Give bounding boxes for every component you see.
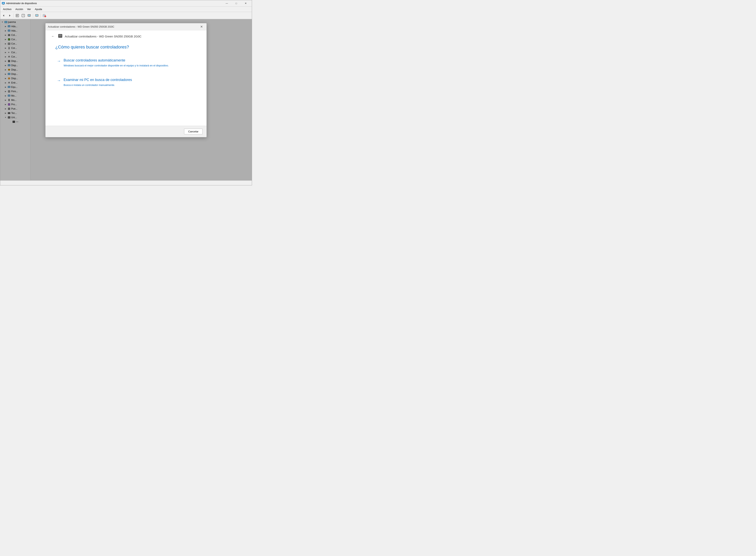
svg-rect-77 [59, 36, 62, 36]
svg-rect-16 [36, 15, 38, 16]
update-button[interactable]: ? [21, 13, 26, 18]
modal-option-manual[interactable]: → Examinar mi PC en busca de controlador… [55, 76, 197, 89]
menu-bar: Archivo Acción Ver Ayuda [0, 6, 252, 12]
svg-rect-2 [3, 4, 4, 4]
svg-text:✕: ✕ [45, 16, 46, 17]
modal-question: ¿Cómo quieres buscar controladores? [55, 44, 197, 50]
cancel-button[interactable]: Cancelar [184, 129, 202, 134]
menu-ayuda[interactable]: Ayuda [33, 7, 44, 11]
auto-search-content: Buscar controladores automáticamente Win… [64, 58, 195, 68]
auto-search-arrow-icon: → [57, 59, 61, 63]
modal-close-button[interactable]: ✕ [199, 24, 204, 30]
status-bar [0, 180, 252, 185]
app-icon [2, 2, 5, 5]
menu-archivo[interactable]: Archivo [1, 7, 13, 11]
svg-rect-9 [16, 16, 18, 16]
add-button[interactable]: + ✕ [42, 13, 47, 18]
back-button[interactable] [1, 13, 6, 18]
forward-button[interactable] [7, 13, 12, 18]
minimize-button[interactable]: — [222, 0, 231, 6]
close-button[interactable]: ✕ [241, 0, 250, 6]
modal-header: ← Actualizar controladores - WD Green SN… [45, 30, 206, 41]
svg-marker-4 [3, 14, 4, 16]
manual-search-description: Busca e instala un controlador manualmen… [64, 83, 195, 87]
modal-back-button[interactable]: ← [50, 34, 56, 39]
window-controls: — □ ✕ [222, 0, 250, 6]
auto-search-title: Buscar controladores automáticamente [64, 58, 195, 63]
properties-button[interactable] [14, 13, 20, 18]
modal-header-title: Actualizar controladores - WD Green SN35… [65, 35, 141, 38]
svg-rect-8 [16, 15, 18, 16]
title-bar: Administrador de dispositivos — □ ✕ [0, 0, 252, 6]
modal-device-icon [58, 34, 63, 39]
monitor-button[interactable] [34, 13, 40, 18]
svg-text:?: ? [23, 14, 24, 17]
svg-rect-76 [59, 35, 62, 35]
modal-option-auto[interactable]: → Buscar controladores automáticamente W… [55, 57, 197, 69]
manual-search-title: Examinar mi PC en busca de controladores [64, 78, 195, 82]
auto-search-description: Windows buscará el mejor controlador dis… [64, 64, 195, 68]
modal-body: ¿Cómo quieres buscar controladores? → Bu… [45, 41, 206, 126]
menu-ver[interactable]: Ver [25, 7, 33, 11]
toolbar: ? + ✕ [0, 12, 252, 19]
modal-footer: Cancelar [45, 126, 206, 137]
svg-rect-78 [59, 37, 62, 37]
window-title: Administrador de dispositivos [6, 2, 222, 5]
main-window: Administrador de dispositivos — □ ✕ Arch… [0, 0, 252, 185]
svg-rect-7 [16, 15, 18, 15]
svg-rect-13 [28, 15, 30, 16]
maximize-button[interactable]: □ [232, 0, 241, 6]
modal-title: Actualizar controladores - WD Green SN35… [48, 25, 199, 28]
menu-accion[interactable]: Acción [13, 7, 25, 11]
manual-search-content: Examinar mi PC en busca de controladores… [64, 78, 195, 87]
modal-title-bar: Actualizar controladores - WD Green SN35… [45, 23, 206, 30]
manual-search-arrow-icon: → [57, 78, 61, 83]
scan-button[interactable] [26, 13, 32, 18]
modal-overlay: Actualizar controladores - WD Green SN35… [0, 19, 252, 180]
svg-marker-5 [9, 14, 10, 16]
content-area: ▼ juanma ▶ Ada... [0, 19, 252, 180]
svg-rect-3 [2, 4, 4, 5]
svg-rect-14 [29, 16, 30, 17]
svg-rect-17 [36, 16, 37, 17]
svg-rect-1 [2, 3, 4, 4]
update-drivers-modal: Actualizar controladores - WD Green SN35… [45, 23, 207, 137]
